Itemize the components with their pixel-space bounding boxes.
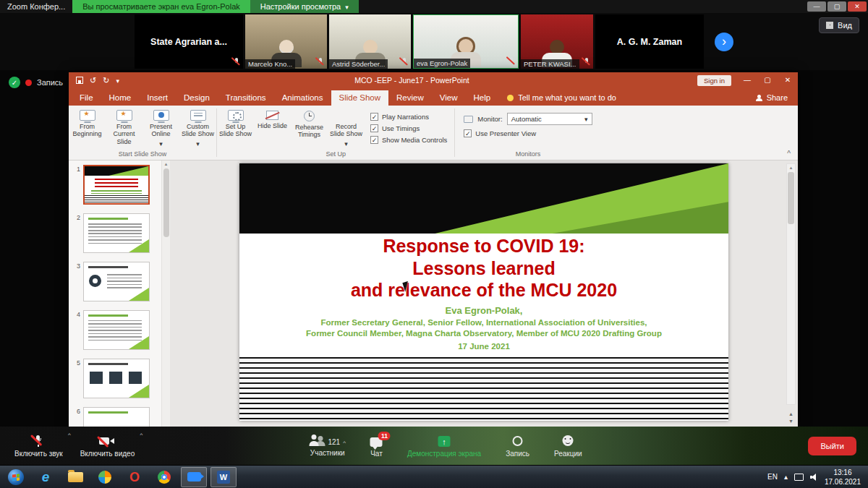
view-settings-button[interactable]: Настройки просмотра [250, 0, 359, 13]
monitor-star-icon [116, 110, 132, 121]
view-button[interactable]: Вид [819, 17, 859, 33]
language-indicator[interactable]: EN [767, 473, 778, 481]
participant-tile[interactable]: Marcelo Kno... [245, 14, 327, 69]
participant-tile[interactable]: Astrid Söderber... [329, 14, 411, 69]
tab-design[interactable]: Design [176, 90, 218, 106]
tab-file[interactable]: File [72, 90, 101, 106]
thumbnail-art [129, 385, 149, 398]
zoom-close-button[interactable]: ✕ [848, 1, 867, 12]
custom-slide-show-button[interactable]: Custom Slide Show [179, 107, 216, 147]
slide-number: 5 [72, 359, 80, 367]
tab-home[interactable]: Home [101, 90, 140, 106]
set-up-slide-show-button[interactable]: Set Up Slide Show [217, 107, 254, 138]
slide-scrollbar[interactable]: ▴ [786, 163, 796, 405]
tab-view[interactable]: View [432, 90, 466, 106]
sign-in-button[interactable]: Sign in [697, 75, 731, 86]
video-options-caret-icon[interactable]: ^ [140, 432, 142, 438]
record-icon [513, 436, 523, 446]
volume-tray-icon[interactable] [810, 473, 818, 481]
checkbox-checked-icon [370, 124, 378, 132]
play-narrations-checkbox[interactable]: Play Narrations [370, 113, 447, 121]
tab-review[interactable]: Review [388, 90, 432, 106]
participants-button[interactable]: 121 ^ Участники [300, 427, 354, 465]
reactions-button[interactable]: Реакции [545, 427, 591, 465]
quick-access-menu-icon[interactable] [116, 76, 119, 85]
participant-tile[interactable]: A. G. M. Zaman [595, 14, 704, 69]
record-button[interactable]: Запись [497, 427, 538, 465]
chevron-down-icon [584, 115, 588, 123]
record-slide-show-button[interactable]: Record Slide Show [328, 107, 365, 147]
start-video-button[interactable]: ^ Включить видео [72, 427, 144, 465]
scrollbar-thumb[interactable] [788, 172, 794, 224]
participants-caret-icon[interactable]: ^ [343, 440, 346, 446]
taskbar-item-opera[interactable]: O [122, 467, 148, 487]
tell-me-box[interactable]: Tell me what you want to do [507, 93, 616, 106]
use-presenter-view-checkbox[interactable]: Use Presenter View [464, 129, 592, 137]
tab-slide-show[interactable]: Slide Show [331, 90, 389, 106]
slide-thumbnail-3[interactable] [83, 262, 150, 301]
share-screen-button[interactable]: Демонстрация экрана [399, 427, 490, 465]
zoom-maximize-button[interactable]: ▢ [827, 1, 846, 12]
slide-thumbnail-4[interactable] [83, 310, 150, 350]
show-media-controls-checkbox[interactable]: Show Media Controls [370, 136, 447, 144]
undo-icon[interactable]: ↺ [90, 76, 96, 85]
ppt-close-button[interactable]: ✕ [778, 72, 798, 88]
next-slide-button[interactable]: ▼ [788, 419, 793, 424]
tab-insert[interactable]: Insert [139, 90, 176, 106]
taskbar-item-ie[interactable]: e [33, 467, 59, 487]
taskbar-item-media[interactable] [92, 467, 118, 487]
zoom-minimize-button[interactable]: — [807, 1, 826, 12]
view-button-label: Вид [838, 21, 852, 30]
monitor-list-icon [190, 110, 206, 121]
taskbar-item-explorer[interactable] [62, 467, 88, 487]
hide-slide-button[interactable]: Hide Slide [254, 107, 291, 129]
taskbar-item-chrome[interactable] [151, 467, 177, 487]
monitor-dropdown[interactable]: Automatic [507, 113, 592, 125]
tab-help[interactable]: Help [466, 90, 499, 106]
mic-muted-icon [33, 435, 44, 447]
participant-tile[interactable]: eva Egron-Polak [413, 14, 519, 69]
ppt-maximize-button[interactable]: ▢ [757, 72, 778, 88]
slide-thumbnail-5[interactable] [83, 359, 150, 398]
taskbar-item-word[interactable]: W [210, 467, 237, 487]
redo-icon[interactable]: ↻ [103, 76, 109, 85]
display-tray-icon[interactable] [794, 474, 804, 481]
slide-black-band [239, 163, 728, 234]
start-button[interactable] [3, 467, 29, 487]
chat-button[interactable]: 11 Чат [362, 427, 391, 465]
rehearse-timings-button[interactable]: Rehearse Timings [291, 107, 328, 139]
wave-pattern [239, 357, 728, 421]
tab-animations[interactable]: Animations [274, 90, 331, 106]
unmute-button[interactable]: ^ Включить звук [6, 427, 72, 465]
next-participants-button[interactable] [715, 33, 733, 51]
previous-slide-button[interactable]: ▲ [788, 411, 793, 416]
taskbar-clock[interactable]: 13:16 17.06.2021 [825, 468, 861, 487]
ppt-minimize-button[interactable]: — [737, 72, 757, 88]
slide-thumbnail-2[interactable] [83, 213, 150, 253]
save-icon[interactable] [76, 77, 83, 84]
leave-button[interactable]: Выйти [808, 437, 856, 455]
audio-options-caret-icon[interactable]: ^ [68, 432, 71, 438]
zoom-top-bar: Zoom Конфер... Вы просматриваете экран e… [0, 0, 868, 13]
from-beginning-button[interactable]: From Beginning [69, 107, 106, 138]
ribbon-group-set-up: Set Up Slide Show Hide Slide Rehearse Ti… [217, 106, 454, 160]
slide-thumbnail-1[interactable] [83, 165, 150, 205]
share-screen-label: Демонстрация экрана [407, 450, 481, 458]
slide-canvas[interactable]: Response to COVID 19: Lessons learned an… [239, 163, 728, 421]
present-online-button[interactable]: Present Online [142, 107, 179, 147]
tray-expand-icon[interactable]: ▴ [784, 473, 788, 481]
from-current-slide-button[interactable]: From Current Slide [106, 107, 142, 145]
scrollbar-thumb[interactable] [163, 168, 169, 237]
reactions-label: Реакции [554, 450, 582, 458]
chrome-icon [158, 471, 171, 484]
use-timings-checkbox[interactable]: Use Timings [370, 124, 447, 132]
slide-thumbnail-6[interactable] [83, 407, 150, 427]
share-button[interactable]: Share [756, 93, 798, 106]
participant-tile[interactable]: PETER KWASI... [521, 14, 593, 69]
tab-transitions[interactable]: Transitions [218, 90, 274, 106]
rehearse-timings-label: Rehearse Timings [292, 124, 327, 139]
thumbnail-scrollbar[interactable]: ▴ [161, 160, 170, 427]
taskbar-item-zoom[interactable] [181, 467, 207, 487]
ribbon-collapse-button[interactable]: ^ [787, 150, 791, 158]
participant-tile[interactable]: State Agrarian a... [135, 14, 243, 69]
